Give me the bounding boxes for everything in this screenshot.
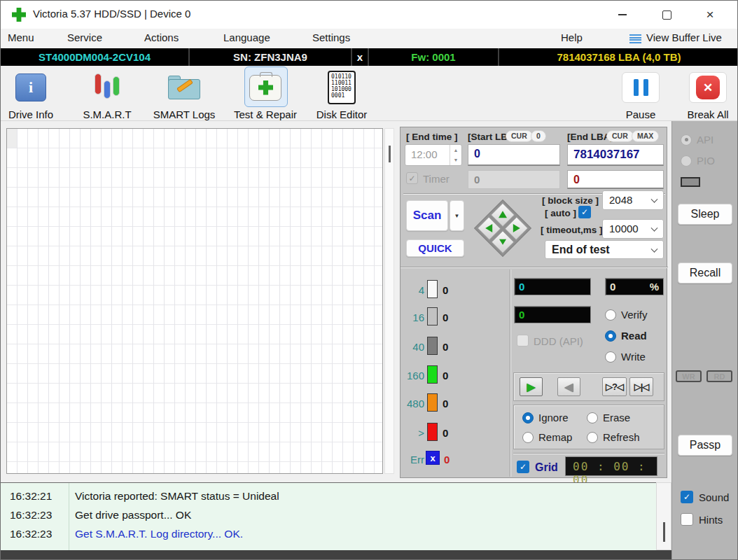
- radio-icon[interactable]: [605, 351, 616, 363]
- start-lba-input[interactable]: 0: [468, 144, 560, 166]
- break-all-button[interactable]: ✕ Break All: [681, 69, 734, 120]
- timeout-select[interactable]: 10000: [602, 219, 664, 239]
- victoria-app-window: Victoria 5.37 HDD/SSD | Device 0 × Menu …: [0, 0, 738, 560]
- scan-dropdown-button[interactable]: ▼: [450, 200, 464, 231]
- radio-selected-icon[interactable]: [605, 330, 616, 342]
- close-button[interactable]: ×: [698, 4, 722, 25]
- legend-label-16: 16: [402, 312, 424, 323]
- legend-label-160: 160: [402, 370, 424, 382]
- action-option-ignore[interactable]: Ignore: [522, 412, 569, 424]
- grid-scrollbar-thumb[interactable]: [389, 146, 391, 162]
- action-option-remap[interactable]: Remap: [522, 431, 572, 443]
- menu-item-settings[interactable]: Settings: [312, 31, 350, 43]
- right-arrow-icon: [513, 224, 520, 232]
- drive-info-button[interactable]: i Drive Info: [6, 69, 56, 120]
- end-time-spinner[interactable]: 12:00 ▲▼: [405, 144, 462, 166]
- scan-grid-canvas[interactable]: [6, 128, 383, 474]
- action-option-erase[interactable]: Erase: [587, 412, 630, 424]
- recall-button[interactable]: Recall: [678, 262, 732, 284]
- legend-swatch-480: [427, 393, 438, 412]
- left-arrow-icon: [486, 224, 493, 232]
- block-size-select[interactable]: 2048: [602, 190, 664, 210]
- timer-checkbox[interactable]: [406, 172, 418, 184]
- smart-label: S.M.A.R.T: [79, 108, 135, 120]
- checkbox-unchecked-icon[interactable]: [681, 513, 693, 526]
- api-label: API: [697, 134, 713, 146]
- scan-button[interactable]: Scan: [406, 200, 448, 231]
- radio-icon[interactable]: [587, 432, 598, 443]
- chevron-down-icon: [651, 245, 658, 252]
- binary-document-icon: 010110 110011 101000 0001: [328, 71, 356, 104]
- device-tab-close-button[interactable]: x: [352, 48, 369, 66]
- app-icon: [10, 6, 28, 24]
- menu-item-actions[interactable]: Actions: [144, 31, 179, 43]
- down-arrow-icon: [499, 239, 506, 244]
- end-lba-max-button[interactable]: MAX: [632, 130, 659, 142]
- event-log[interactable]: 16:32:21 Victoria reported: SMART status…: [1, 482, 671, 550]
- log-scrollbar-thumb[interactable]: [663, 522, 665, 542]
- radio-icon[interactable]: [522, 432, 534, 443]
- auto-checkbox[interactable]: [578, 206, 591, 218]
- test-repair-button[interactable]: Test & Repair: [230, 69, 301, 120]
- sleep-button[interactable]: Sleep: [678, 204, 732, 225]
- percent-lcd: 0 %: [605, 278, 664, 295]
- menu-bar: Menu Service Actions Language Settings H…: [1, 29, 738, 48]
- menu-item-help[interactable]: Help: [561, 31, 583, 43]
- smart-logs-button[interactable]: SMART Logs: [152, 69, 216, 120]
- disk-editor-button[interactable]: 010110 110011 101000 0001 Disk Editor: [314, 69, 370, 120]
- legend-count-480: 0: [443, 398, 448, 410]
- radio-icon[interactable]: [605, 309, 616, 321]
- timer-field: 0: [468, 170, 560, 189]
- elapsed-timer-lcd: 00 : 00 : 00: [565, 456, 657, 476]
- log-message: Victoria reported: SMART status = Unidea…: [75, 490, 279, 503]
- mode-option-write[interactable]: Write: [605, 351, 646, 363]
- quick-button[interactable]: QUICK: [406, 239, 464, 257]
- radio-selected-icon[interactable]: [522, 412, 534, 424]
- menu-item-language[interactable]: Language: [223, 31, 270, 43]
- hints-option[interactable]: Hints: [681, 513, 723, 526]
- start-lba-zero-button[interactable]: 0: [531, 130, 546, 142]
- passp-button[interactable]: Passp: [678, 435, 732, 456]
- smart-button[interactable]: S.M.A.R.T: [79, 69, 135, 120]
- mode-option-read[interactable]: Read: [605, 330, 647, 342]
- api-option[interactable]: API: [681, 134, 713, 146]
- mode-option-verify[interactable]: Verify: [605, 309, 648, 321]
- end-lba-cur-button[interactable]: CUR: [606, 130, 634, 142]
- menu-item-service[interactable]: Service: [67, 31, 102, 43]
- log-row: 16:32:23 Get S.M.A.R.T. Log directory...…: [1, 525, 671, 543]
- pause-button[interactable]: Pause: [620, 69, 662, 120]
- step-button[interactable]: [629, 377, 653, 396]
- legend-count-gt: 0: [443, 427, 448, 439]
- timer-label: Timer: [423, 173, 450, 185]
- start-lba-cur-button[interactable]: CUR: [506, 130, 533, 142]
- end-lba-input[interactable]: 7814037167: [567, 144, 664, 166]
- log-scrollbar[interactable]: [656, 482, 671, 550]
- seek-question-button[interactable]: [602, 377, 627, 396]
- legend-label-err: Err: [402, 454, 424, 465]
- end-of-test-select[interactable]: End of test: [545, 240, 664, 259]
- maximize-button[interactable]: [655, 4, 678, 25]
- grid-scrollbar[interactable]: [384, 128, 394, 474]
- red-x-icon: ✕: [696, 76, 720, 99]
- play-backward-button[interactable]: [557, 377, 580, 396]
- sound-option[interactable]: Sound: [681, 491, 729, 503]
- wr-button[interactable]: WR: [676, 370, 702, 382]
- view-buffer-live-button[interactable]: View Buffer Live: [646, 31, 722, 43]
- ddd-api-checkbox[interactable]: [517, 335, 529, 346]
- radio-disabled-selected-icon[interactable]: [681, 134, 692, 146]
- radio-disabled-icon[interactable]: [681, 155, 692, 167]
- spinner-arrows-icon[interactable]: ▲▼: [450, 145, 461, 165]
- grid-checkbox[interactable]: [517, 461, 529, 473]
- minimize-button[interactable]: [611, 4, 634, 25]
- play-forward-button[interactable]: [520, 377, 543, 396]
- radio-icon[interactable]: [587, 412, 598, 424]
- device-model[interactable]: ST4000DM004-2CV104: [1, 48, 190, 66]
- end-time-label: [ End time ]: [406, 132, 458, 142]
- read-label: Read: [621, 330, 647, 342]
- menu-item-menu[interactable]: Menu: [8, 31, 34, 43]
- legend-swatch-gt: [427, 423, 438, 441]
- rd-button[interactable]: RD: [706, 370, 732, 382]
- pio-option[interactable]: PIO: [681, 155, 715, 167]
- checkbox-checked-icon[interactable]: [681, 491, 693, 503]
- action-option-refresh[interactable]: Refresh: [587, 431, 640, 443]
